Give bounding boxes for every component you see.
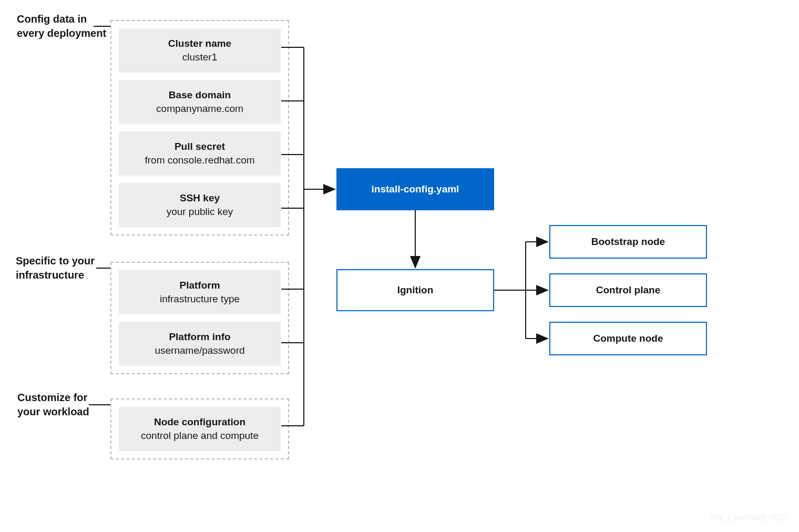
main-connectors [0,0,799,532]
watermark: 259_OpenShift_0522 [709,513,788,523]
